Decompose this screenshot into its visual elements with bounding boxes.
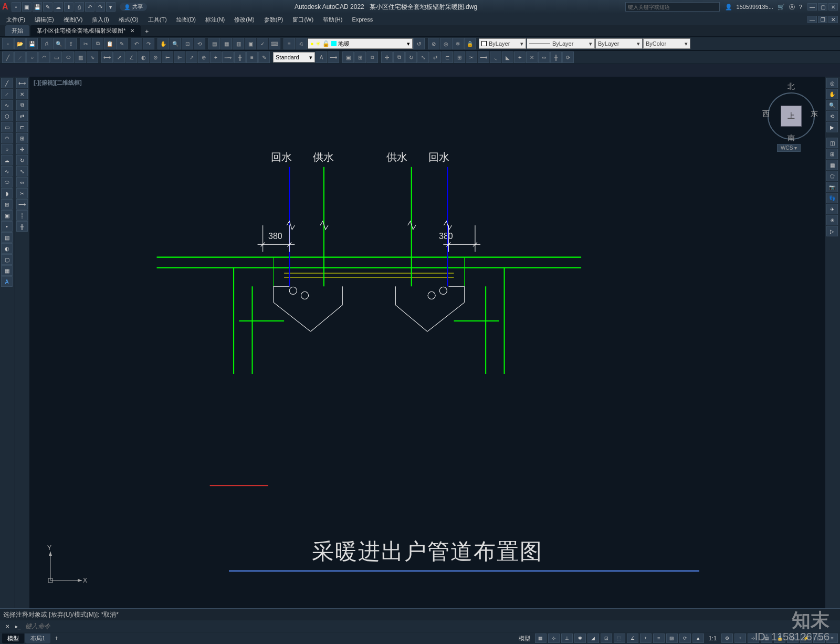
dimdiameter-icon[interactable]: ⊘ bbox=[150, 51, 161, 63]
matchprop-icon[interactable]: ✎ bbox=[116, 38, 128, 49]
ortho-icon[interactable]: ⊥ bbox=[561, 633, 573, 643]
line-icon[interactable]: ╱ bbox=[1, 78, 13, 88]
ellipse-arc-icon[interactable]: ◗ bbox=[1, 188, 13, 199]
close-icon[interactable]: ✕ bbox=[828, 3, 838, 11]
offset-icon[interactable]: ⊏ bbox=[442, 51, 453, 63]
nav-zoom-icon[interactable]: 🔍 bbox=[826, 100, 838, 110]
circle-icon[interactable]: ○ bbox=[26, 51, 38, 63]
plot-icon[interactable]: ⎙ bbox=[41, 38, 52, 49]
nav-wheel-icon[interactable]: ◎ bbox=[826, 78, 838, 88]
menu-file[interactable]: 文件(F) bbox=[2, 15, 29, 25]
doc-close-icon[interactable]: ✕ bbox=[828, 16, 838, 23]
xline-icon[interactable]: ⟋ bbox=[1, 89, 13, 99]
plot-icon[interactable]: ⎙ bbox=[75, 2, 84, 12]
revcloud-icon[interactable]: ☁ bbox=[1, 155, 13, 165]
annotation-scale-value[interactable]: 1:1 bbox=[706, 635, 720, 641]
leader-icon[interactable]: ↗ bbox=[186, 51, 197, 63]
menu-parametric[interactable]: 参数(P) bbox=[260, 15, 288, 25]
nav-showmotion-icon[interactable]: ▶ bbox=[826, 122, 838, 132]
selection-cycling-icon[interactable]: ⟳ bbox=[679, 633, 691, 643]
dimangular-icon[interactable]: ∠ bbox=[125, 51, 137, 63]
trim-icon[interactable]: ✂ bbox=[466, 51, 477, 63]
isodraft-icon[interactable]: ◢ bbox=[587, 633, 599, 643]
dimspace-icon[interactable]: ≡ bbox=[246, 51, 258, 63]
camera-icon[interactable]: 📷 bbox=[826, 182, 838, 192]
tab-close-icon[interactable]: ✕ bbox=[130, 28, 134, 34]
doc-minimize-icon[interactable]: — bbox=[807, 16, 817, 23]
maximize-icon[interactable]: ▢ bbox=[818, 3, 827, 11]
color-dropdown[interactable]: ByLayer ▾ bbox=[479, 38, 526, 49]
erase-icon[interactable]: ✕ bbox=[16, 89, 28, 99]
break-icon[interactable]: ╫ bbox=[550, 51, 562, 63]
nav-orbit-icon[interactable]: ⟲ bbox=[826, 111, 838, 121]
dimedit-icon[interactable]: ✎ bbox=[258, 51, 270, 63]
properties-icon[interactable]: ▤ bbox=[208, 38, 220, 49]
pan-icon[interactable]: ✋ bbox=[158, 38, 169, 49]
move-icon[interactable]: ✢ bbox=[381, 51, 393, 63]
zoom-window-icon[interactable]: ⊡ bbox=[182, 38, 193, 49]
rect-icon[interactable]: ▭ bbox=[50, 51, 62, 63]
markup-icon[interactable]: ✓ bbox=[257, 38, 268, 49]
menu-insert[interactable]: 插入(I) bbox=[88, 15, 113, 25]
layers-icon[interactable]: ≡ bbox=[284, 38, 295, 49]
snap-mode-icon[interactable]: ⊹ bbox=[548, 633, 560, 643]
qnew-icon[interactable]: ▫ bbox=[2, 38, 14, 49]
linetype-dropdown[interactable]: ByLayer ▾ bbox=[595, 38, 643, 49]
grid-snap-icon[interactable]: ▦ bbox=[535, 633, 547, 643]
fly-icon[interactable]: ✈ bbox=[826, 204, 838, 214]
dimjogged-icon[interactable]: ⟿ bbox=[222, 51, 234, 63]
new-icon[interactable]: ▫ bbox=[12, 2, 21, 12]
save-icon[interactable]: 💾 bbox=[33, 2, 42, 12]
extend-icon[interactable]: ⟶ bbox=[16, 199, 28, 210]
menu-tools[interactable]: 工具(T) bbox=[144, 15, 171, 25]
mirror-icon[interactable]: ⇄ bbox=[16, 111, 28, 121]
offset-icon[interactable]: ⊏ bbox=[16, 122, 28, 132]
break-at-point-icon[interactable]: ┊ bbox=[16, 210, 28, 221]
share-button[interactable]: 👤 共享 bbox=[120, 3, 147, 11]
layout-add-icon[interactable]: + bbox=[51, 633, 61, 643]
paste-icon[interactable]: 📋 bbox=[104, 38, 116, 49]
pline-icon[interactable]: ⟋ bbox=[14, 51, 26, 63]
undo-icon[interactable]: ↶ bbox=[131, 38, 142, 49]
layer-iso-icon[interactable]: ◎ bbox=[440, 38, 452, 49]
rotate-icon[interactable]: ↻ bbox=[16, 155, 28, 165]
user-icon[interactable]: 👤 bbox=[725, 4, 732, 11]
dimcontinue-icon[interactable]: ⊢ bbox=[162, 51, 173, 63]
point-icon[interactable]: • bbox=[1, 221, 13, 232]
3d-views-icon[interactable]: ⬠ bbox=[826, 171, 838, 181]
menu-dimension[interactable]: 标注(N) bbox=[201, 15, 229, 25]
array-icon[interactable]: ⊞ bbox=[16, 133, 28, 143]
mtext-icon[interactable]: A bbox=[316, 51, 327, 63]
command-input[interactable] bbox=[23, 622, 838, 630]
pline-icon[interactable]: ∿ bbox=[1, 100, 13, 110]
menu-express[interactable]: Express bbox=[348, 15, 377, 24]
lineweight-display-icon[interactable]: ≡ bbox=[653, 633, 665, 643]
stretch-icon[interactable]: ⇔ bbox=[538, 51, 550, 63]
menu-help[interactable]: 帮助(H) bbox=[319, 15, 346, 25]
scale-icon[interactable]: ⤡ bbox=[417, 51, 429, 63]
zoom-icon[interactable]: 🔍 bbox=[170, 38, 181, 49]
explode-icon[interactable]: ✦ bbox=[514, 51, 526, 63]
spline-icon[interactable]: ∿ bbox=[1, 166, 13, 176]
minimize-icon[interactable]: — bbox=[807, 3, 817, 11]
spline-icon[interactable]: ∿ bbox=[87, 51, 98, 63]
tab-start[interactable]: 开始 bbox=[5, 25, 29, 36]
mtext-icon[interactable]: A bbox=[1, 276, 13, 287]
annotation-scale-icon[interactable]: ▲ bbox=[692, 633, 704, 643]
layer-states-icon[interactable]: ⛭ bbox=[296, 38, 307, 49]
redo-icon[interactable]: ↷ bbox=[96, 2, 105, 12]
annotation-monitor-icon[interactable]: + bbox=[734, 633, 746, 643]
ellipse-icon[interactable]: ⬭ bbox=[1, 177, 13, 188]
osnap-icon[interactable]: ⊡ bbox=[601, 633, 612, 643]
saveas-icon[interactable]: ✎ bbox=[43, 2, 52, 12]
web-open-icon[interactable]: ☁ bbox=[54, 2, 63, 12]
mleader-style-icon[interactable]: ⟶ bbox=[328, 51, 339, 63]
menu-view[interactable]: 视图(V) bbox=[59, 15, 87, 25]
dimbaseline-icon[interactable]: ⊩ bbox=[174, 51, 185, 63]
copy-icon[interactable]: ⧉ bbox=[16, 100, 28, 110]
join-icon[interactable]: ⟳ bbox=[562, 51, 574, 63]
render-icon[interactable]: ☀ bbox=[826, 215, 838, 225]
lineweight-dropdown[interactable]: ByLayer ▾ bbox=[527, 38, 595, 49]
layer-previous-icon[interactable]: ↺ bbox=[413, 38, 425, 49]
distance-icon[interactable]: ⟷ bbox=[16, 78, 28, 88]
